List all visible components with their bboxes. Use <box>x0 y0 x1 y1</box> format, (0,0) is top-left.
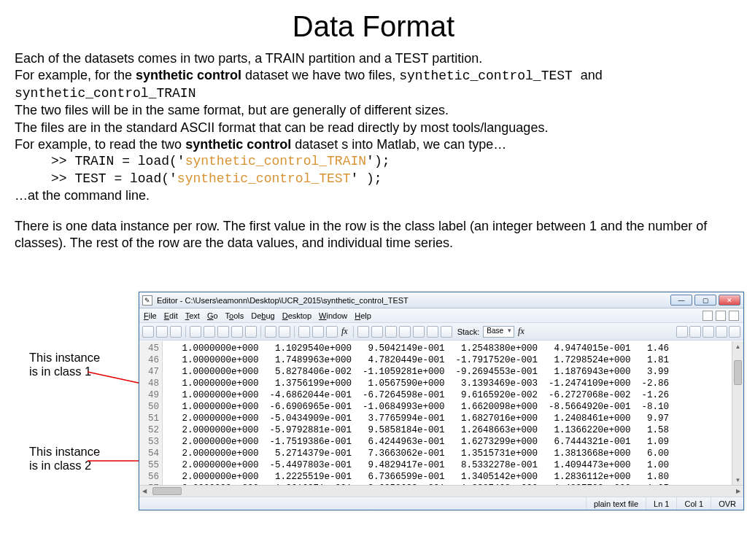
maximize-button[interactable]: ▢ <box>694 295 716 306</box>
copy-icon[interactable] <box>204 326 215 338</box>
horizontal-scrollbar[interactable]: ◀ ▶ <box>139 485 743 497</box>
run-icon[interactable] <box>357 326 369 338</box>
scroll-down-icon[interactable]: ▼ <box>732 475 743 485</box>
stack-label: Stack: <box>457 327 480 336</box>
bookmark-icon[interactable] <box>298 326 310 338</box>
view-3-icon[interactable] <box>703 326 714 338</box>
cut-icon[interactable] <box>190 326 201 338</box>
view-4-icon[interactable] <box>716 326 727 338</box>
editor-titlebar[interactable]: ✎ Editor - C:\Users\eamonn\Desktop\UCR_2… <box>139 292 743 308</box>
menu-tools[interactable]: Tools <box>225 311 244 320</box>
scroll-right-icon[interactable]: ▶ <box>733 486 743 497</box>
line-number-gutter: 45464748495051525354555657 <box>139 341 163 485</box>
stack-icon-4[interactable] <box>441 326 452 338</box>
editor-menubar: File Edit Text Go Tools Debug Desktop Wi… <box>139 308 743 323</box>
scroll-up-icon[interactable]: ▲ <box>732 341 743 351</box>
editor-statusbar: plain text file Ln 1 Col 1 OVR <box>139 497 743 510</box>
stack-icon-3[interactable] <box>427 326 438 338</box>
status-filetype: plain text file <box>586 497 646 510</box>
view-2-icon[interactable] <box>689 326 701 338</box>
status-col: Col 1 <box>676 497 711 510</box>
new-icon[interactable] <box>142 326 154 338</box>
undo-icon[interactable] <box>231 326 243 338</box>
view-1-icon[interactable] <box>676 326 688 338</box>
vscroll-thumb[interactable] <box>734 360 742 385</box>
hscroll-thumb[interactable] <box>152 487 182 495</box>
menu-file[interactable]: File <box>144 311 157 320</box>
right-arrow-icon[interactable] <box>326 326 338 338</box>
status-line: Ln 1 <box>646 497 676 510</box>
menu-go[interactable]: Go <box>207 311 218 320</box>
save-icon[interactable] <box>170 326 182 338</box>
fx-icon[interactable]: fx <box>340 326 349 337</box>
breakpoint-clear-icon[interactable] <box>385 326 397 338</box>
print-icon[interactable] <box>265 326 276 338</box>
vertical-scrollbar[interactable]: ▲ ▼ <box>732 341 743 485</box>
editor-title-text: Editor - C:\Users\eamonn\Desktop\UCR_201… <box>157 296 670 305</box>
stack-select[interactable]: Base <box>483 326 514 338</box>
menu-edit[interactable]: Edit <box>164 311 178 320</box>
dock-icon[interactable] <box>703 311 713 321</box>
run-section-icon[interactable] <box>371 326 383 338</box>
menu-text[interactable]: Text <box>185 311 200 320</box>
view-5-icon[interactable] <box>729 326 740 338</box>
minimize-button[interactable]: — <box>670 295 692 306</box>
menu-window[interactable]: Window <box>319 311 347 320</box>
undock-icon[interactable] <box>716 311 726 321</box>
menu-help[interactable]: Help <box>355 311 371 320</box>
menu-desktop[interactable]: Desktop <box>282 311 311 320</box>
editor-toolbar: fx Stack: Base fx <box>139 323 743 341</box>
close-doc-icon[interactable] <box>729 311 739 321</box>
editor-app-icon: ✎ <box>142 295 152 306</box>
slide-body: Each of the datasets comes in two parts,… <box>15 50 722 252</box>
stack-icon-1[interactable] <box>399 326 411 338</box>
code-area[interactable]: 1.0000000e+000 1.1029540e+000 9.5042149e… <box>163 341 732 485</box>
left-arrow-icon[interactable] <box>312 326 324 338</box>
redo-icon[interactable] <box>245 326 257 338</box>
find-icon[interactable] <box>279 326 290 338</box>
close-button[interactable]: ✕ <box>719 295 740 306</box>
editor-window: ✎ Editor - C:\Users\eamonn\Desktop\UCR_2… <box>139 292 744 510</box>
paste-icon[interactable] <box>217 326 229 338</box>
menu-debug[interactable]: Debug <box>251 311 274 320</box>
open-icon[interactable] <box>156 326 168 338</box>
stack-icon-2[interactable] <box>413 326 425 338</box>
slide-title: Data Format <box>15 10 732 43</box>
fx-icon-2[interactable]: fx <box>516 326 526 337</box>
status-ovr: OVR <box>711 497 743 510</box>
scroll-left-icon[interactable]: ◀ <box>139 486 150 497</box>
